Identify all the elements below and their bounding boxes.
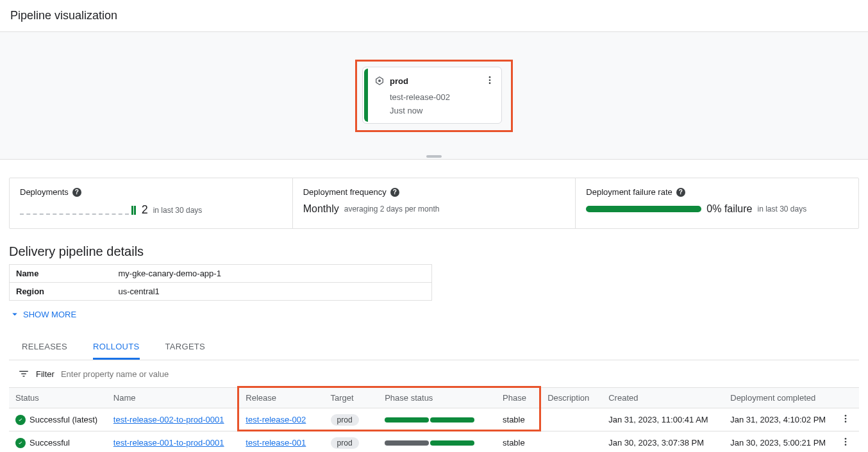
phase-segment (430, 440, 474, 446)
metric-title: Deployment failure rate (586, 187, 672, 197)
deployments-count: 2 (142, 203, 148, 217)
metrics-row: Deployments ? 2 in last 30 days Deployme… (9, 178, 859, 229)
detail-name-value: my-gke-canary-demo-app-1 (112, 265, 432, 283)
completed-cell: Jan 31, 2023, 4:10:02 PM (724, 408, 832, 431)
phase-segment (430, 417, 474, 423)
tab-releases[interactable]: RELEASES (22, 335, 67, 360)
created-cell: Jan 31, 2023, 11:00:41 AM (602, 408, 724, 431)
failure-main: 0% failure (706, 203, 752, 215)
svg-point-6 (845, 418, 847, 420)
show-more-label: SHOW MORE (23, 310, 76, 319)
stage-release: test-release-002 (390, 92, 496, 102)
svg-point-5 (845, 415, 847, 417)
col-phase: Phase (496, 388, 541, 408)
stage-name: prod (390, 76, 478, 86)
deployments-suffix: in last 30 days (153, 206, 203, 215)
phase-status-bar (385, 440, 474, 446)
failure-bar (586, 206, 701, 212)
show-more-button[interactable]: SHOW MORE (9, 308, 76, 320)
col-phase-status: Phase status (378, 388, 496, 408)
metric-title: Deployments (20, 187, 69, 197)
rollout-name-link[interactable]: test-release-002-to-prod-0001 (113, 415, 224, 424)
col-completed: Deployment completed (724, 388, 832, 408)
failure-suffix: in last 30 days (758, 205, 807, 213)
more-vert-icon (840, 414, 851, 424)
svg-point-9 (845, 441, 847, 443)
frequency-main: Monthly (303, 203, 339, 215)
table-row: Successfultest-release-001-to-prod-0001t… (9, 431, 859, 453)
stage-time: Just now (390, 106, 496, 115)
resize-handle[interactable] (426, 155, 442, 158)
tab-targets[interactable]: TARGETS (165, 335, 206, 360)
more-vert-icon (840, 437, 851, 447)
help-icon[interactable]: ? (390, 188, 399, 197)
detail-region-value: us-central1 (112, 283, 432, 301)
col-release: Release (239, 388, 324, 408)
phase-text: stable (496, 431, 541, 453)
check-circle-icon (15, 438, 26, 448)
svg-point-3 (489, 79, 491, 81)
col-menu (833, 388, 859, 408)
status-text: Successful (29, 438, 70, 448)
filter-label: Filter (36, 369, 54, 379)
metric-failure: Deployment failure rate ? 0% failure in … (576, 178, 858, 228)
filter-bar: Filter (0, 360, 868, 387)
details-title: Delivery pipeline details (9, 244, 859, 259)
frequency-suffix: averaging 2 days per month (344, 205, 440, 213)
created-cell: Jan 30, 2023, 3:07:38 PM (602, 431, 724, 453)
pipeline-visualization: prod test-release-002 Just now (0, 31, 868, 160)
phase-segment (385, 440, 429, 446)
tabs: RELEASES ROLLOUTS TARGETS (9, 335, 859, 360)
filter-input[interactable] (61, 369, 228, 379)
metric-frequency: Deployment frequency ? Monthly averaging… (293, 178, 576, 228)
description-cell (541, 408, 602, 431)
help-icon[interactable]: ? (72, 188, 81, 197)
detail-region-label: Region (10, 283, 112, 301)
release-link[interactable]: test-release-001 (246, 438, 306, 448)
phase-status-bar (385, 417, 474, 423)
detail-name-label: Name (10, 265, 112, 283)
status-cell: Successful (15, 438, 101, 448)
target-chip[interactable]: prod (331, 414, 359, 426)
filter-icon (18, 368, 29, 380)
status-text: Successful (latest) (29, 415, 97, 424)
tab-rollouts[interactable]: ROLLOUTS (93, 335, 139, 360)
col-description: Description (541, 388, 602, 408)
completed-cell: Jan 30, 2023, 5:00:21 PM (724, 431, 832, 453)
svg-point-7 (845, 421, 847, 423)
metric-deployments: Deployments ? 2 in last 30 days (10, 178, 293, 228)
row-menu-button[interactable] (833, 408, 859, 431)
highlight-box: prod test-release-002 Just now (355, 60, 513, 132)
svg-point-10 (845, 444, 847, 446)
more-vert-icon (485, 75, 495, 85)
chevron-down-icon (9, 308, 21, 320)
page-title: Pipeline visualization (0, 0, 868, 31)
gke-icon (374, 76, 385, 86)
phase-text: stable (496, 408, 541, 431)
target-chip[interactable]: prod (331, 437, 359, 449)
rollouts-table: Status Name Release Target Phase status … (9, 387, 859, 452)
check-circle-icon (15, 415, 26, 425)
status-cell: Successful (latest) (15, 415, 101, 425)
svg-point-1 (378, 80, 381, 82)
svg-point-2 (489, 76, 491, 78)
rollout-name-link[interactable]: test-release-001-to-prod-0001 (113, 438, 224, 448)
phase-segment (385, 417, 429, 423)
col-status: Status (9, 388, 107, 408)
release-link[interactable]: test-release-002 (246, 415, 306, 424)
col-name: Name (107, 388, 240, 408)
table-row: Successful (latest)test-release-002-to-p… (9, 408, 859, 431)
description-cell (541, 431, 602, 453)
svg-point-4 (489, 82, 491, 84)
stage-card-prod[interactable]: prod test-release-002 Just now (362, 67, 502, 124)
row-menu-button[interactable] (833, 431, 859, 453)
col-target: Target (324, 388, 379, 408)
sparkline (20, 205, 137, 215)
stage-menu-button[interactable] (483, 74, 496, 88)
metric-title: Deployment frequency (303, 187, 387, 197)
details-table: Name my-gke-canary-demo-app-1 Region us-… (9, 264, 432, 301)
col-created: Created (602, 388, 724, 408)
svg-point-8 (845, 438, 847, 440)
help-icon[interactable]: ? (676, 188, 685, 197)
